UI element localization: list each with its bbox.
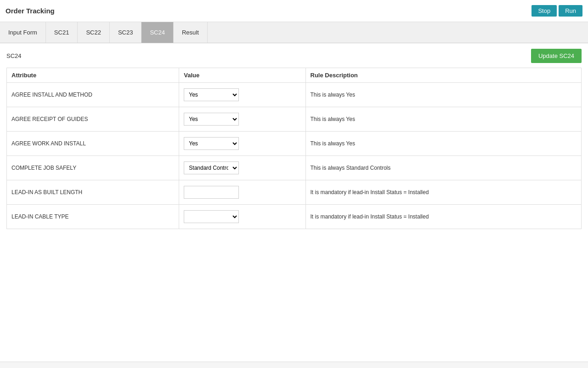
page-header-row: SC24 Update SC24 [6, 49, 582, 63]
table-row: AGREE INSTALL AND METHODYesNoThis is alw… [7, 83, 582, 107]
table-row: AGREE WORK AND INSTALLYesNoThis is alway… [7, 132, 582, 156]
attribute-cell: COMPLETE JOB SAFELY [7, 156, 179, 180]
value-cell: YesNo [179, 83, 305, 107]
update-sc24-button[interactable]: Update SC24 [531, 49, 582, 63]
section-title: SC24 [6, 52, 22, 59]
tab-sc21[interactable]: SC21 [46, 22, 78, 43]
app-header: Order Tracking Stop Run [0, 0, 588, 22]
value-select-1[interactable]: YesNo [184, 113, 239, 126]
value-select-2[interactable]: YesNo [184, 137, 239, 150]
attribute-cell: AGREE WORK AND INSTALL [7, 132, 179, 156]
tabs-bar: Input Form SC21 SC22 SC23 SC24 Result [0, 22, 588, 43]
attribute-cell: LEAD-IN AS BUILT LENGTH [7, 180, 179, 205]
stop-button[interactable]: Stop [531, 5, 557, 17]
table-row: LEAD-IN AS BUILT LENGTHIt is mandatory i… [7, 180, 582, 205]
tab-sc24[interactable]: SC24 [141, 22, 174, 43]
attributes-table: Attribute Value Rule Description AGREE I… [6, 68, 582, 229]
run-button[interactable]: Run [559, 5, 582, 17]
tab-sc23[interactable]: SC23 [110, 22, 142, 43]
rule-cell: This is always Standard Controls [305, 156, 581, 180]
app-title: Order Tracking [6, 7, 55, 15]
rule-cell: This is always Yes [305, 107, 581, 132]
header-buttons: Stop Run [531, 5, 582, 17]
attribute-cell: AGREE RECEIPT OF GUIDES [7, 107, 179, 132]
col-value: Value [179, 68, 305, 83]
value-select-0[interactable]: YesNo [184, 88, 239, 101]
value-select-5[interactable] [184, 210, 239, 223]
attribute-cell: LEAD-IN CABLE TYPE [7, 205, 179, 229]
rule-cell: It is mandatory if lead-in Install Statu… [305, 180, 581, 205]
value-cell [179, 180, 305, 205]
rule-cell: This is always Yes [305, 83, 581, 107]
value-cell: YesNo [179, 107, 305, 132]
value-cell: YesNo [179, 132, 305, 156]
value-cell [179, 205, 305, 229]
tab-result[interactable]: Result [174, 22, 208, 43]
rule-cell: It is mandatory if lead-in Install Statu… [305, 205, 581, 229]
value-cell: Standard ControlOther [179, 156, 305, 180]
value-input-4[interactable] [184, 186, 239, 199]
table-wrapper: Attribute Value Rule Description AGREE I… [6, 68, 582, 229]
tab-sc22[interactable]: SC22 [78, 22, 110, 43]
table-row: LEAD-IN CABLE TYPEIt is mandatory if lea… [7, 205, 582, 229]
table-row: AGREE RECEIPT OF GUIDESYesNoThis is alwa… [7, 107, 582, 132]
table-row: COMPLETE JOB SAFELYStandard ControlOther… [7, 156, 582, 180]
col-rule: Rule Description [305, 68, 581, 83]
tab-input-form[interactable]: Input Form [0, 22, 46, 43]
attribute-cell: AGREE INSTALL AND METHOD [7, 83, 179, 107]
col-attribute: Attribute [7, 68, 179, 83]
value-select-3[interactable]: Standard ControlOther [184, 161, 239, 174]
rule-cell: This is always Yes [305, 132, 581, 156]
page-content: SC24 Update SC24 Attribute Value Rule De… [0, 43, 588, 235]
